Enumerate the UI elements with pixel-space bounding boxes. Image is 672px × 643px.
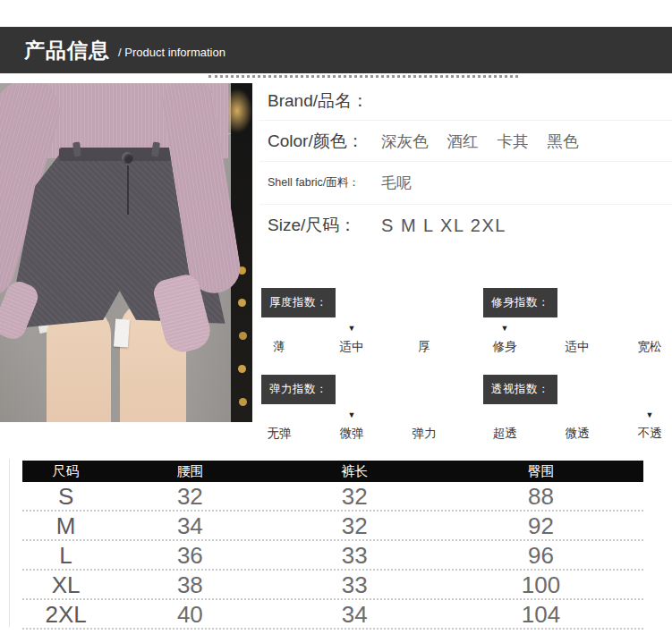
cell-waist: 32 — [109, 482, 270, 512]
table-row: XL 38 33 100 — [22, 571, 643, 600]
index-option: 修身 — [489, 339, 520, 355]
color-option: 酒红 — [447, 131, 479, 152]
attribute-row-brand: Brand/品名： — [259, 82, 672, 120]
arrow-slot — [264, 410, 294, 420]
arrow-slot — [409, 410, 439, 420]
cell-waist: 34 — [109, 512, 270, 541]
elasticity-index-group: 弹力指数： ▼ 无弹 微弹 弹力 — [261, 375, 447, 442]
attribute-row-size: Size/尺码： S M L XL 2XL — [259, 204, 672, 246]
cell-hip: 104 — [438, 600, 643, 630]
arrow-slot — [489, 410, 520, 420]
cell-size: L — [22, 541, 109, 571]
photo-belt-loop — [72, 142, 81, 157]
thickness-index-title: 厚度指数： — [261, 288, 336, 317]
index-option: 不透 — [634, 426, 665, 442]
cell-waist: 36 — [109, 541, 270, 571]
thickness-options: 薄 适中 厚 — [264, 334, 439, 355]
index-option: 厚 — [409, 339, 439, 355]
cell-length: 34 — [271, 600, 438, 630]
index-option: 无弹 — [264, 426, 294, 442]
section-header-bar: 产品信息 / Product information — [0, 27, 672, 73]
fit-index-group: 修身指数： ▼ 修身 适中 宽松 — [483, 288, 669, 355]
transparency-index-group: 透视指数： ▼ 超透 微透 不透 — [483, 375, 669, 442]
dotted-divider — [208, 75, 518, 78]
selected-arrow-icon: ▼ — [489, 323, 520, 334]
color-label: Color/颜色： — [268, 130, 374, 153]
cell-size: XL — [22, 571, 109, 600]
table-row: 2XL 40 34 104 — [22, 600, 643, 630]
arrow-slot — [562, 323, 592, 334]
cell-length: 33 — [271, 541, 438, 571]
brand-label: Brand/品名： — [268, 89, 374, 113]
fabric-option: 毛呢 — [381, 173, 412, 193]
index-option: 适中 — [562, 339, 592, 355]
fit-arrow-row: ▼ — [489, 317, 665, 334]
product-information-page: 产品信息 / Product information Brand/品名： — [0, 0, 672, 643]
table-row: M 34 32 92 — [22, 512, 643, 541]
index-option: 薄 — [264, 339, 294, 355]
cell-hip: 100 — [438, 571, 643, 600]
fabric-value: 毛呢 — [381, 173, 412, 193]
table-row: L 36 33 96 — [22, 541, 643, 571]
transparency-index-title: 透视指数： — [483, 375, 557, 404]
column-header-hip: 臀围 — [438, 461, 643, 482]
arrow-slot — [264, 323, 294, 334]
column-header-size: 尺码 — [22, 461, 109, 482]
color-values: 深灰色 酒红 卡其 黑色 — [381, 131, 579, 152]
selected-arrow-icon: ▼ — [634, 410, 665, 420]
arrow-slot — [634, 323, 665, 334]
photo-shorts-fly-seam — [127, 165, 129, 215]
elasticity-options: 无弹 微弹 弹力 — [264, 420, 439, 442]
index-option: 弹力 — [409, 426, 439, 442]
cell-length: 32 — [271, 512, 438, 541]
thickness-arrow-row: ▼ — [264, 317, 439, 334]
index-option: 超透 — [489, 426, 520, 442]
selected-arrow-icon: ▼ — [336, 410, 367, 420]
transparency-arrow-row: ▼ — [489, 404, 665, 420]
thickness-index-group: 厚度指数： ▼ 薄 适中 厚 — [261, 288, 447, 355]
fit-index-title: 修身指数： — [483, 288, 557, 317]
section-title-en: / Product information — [118, 46, 225, 59]
cell-size: M — [22, 512, 109, 541]
index-option: 微弹 — [336, 426, 367, 442]
size-label: Size/尺码： — [268, 214, 374, 237]
elasticity-arrow-row: ▼ — [264, 404, 439, 420]
fit-options: 修身 适中 宽松 — [489, 334, 665, 355]
transparency-options: 超透 微透 不透 — [489, 420, 665, 442]
cell-hip: 96 — [438, 541, 643, 571]
cell-size: S — [22, 482, 109, 512]
cell-waist: 40 — [109, 600, 270, 630]
cell-length: 33 — [271, 571, 438, 600]
color-option: 深灰色 — [381, 131, 429, 152]
size-table-header: 尺码 腰围 裤长 臀围 — [22, 461, 643, 482]
product-attributes-panel: Brand/品名： Color/颜色： 深灰色 酒红 卡其 黑色 Shell f… — [259, 82, 672, 246]
cell-hip: 92 — [438, 512, 643, 541]
index-option: 微透 — [562, 426, 592, 442]
product-photo — [0, 83, 252, 422]
arrow-slot — [409, 323, 439, 334]
cell-size: 2XL — [22, 600, 109, 630]
color-option: 黑色 — [548, 131, 579, 152]
photo-hang-tag — [114, 318, 130, 347]
page-left-mark — [9, 459, 10, 627]
cell-hip: 88 — [438, 482, 643, 512]
index-option: 宽松 — [634, 339, 665, 355]
column-header-length: 裤长 — [271, 461, 438, 482]
size-list: S M L XL 2XL — [381, 216, 506, 236]
fabric-label: Shell fabric/面料： — [268, 175, 374, 190]
table-row: S 32 32 88 — [22, 482, 643, 512]
size-value: S M L XL 2XL — [381, 216, 506, 236]
selected-arrow-icon: ▼ — [336, 323, 367, 334]
arrow-slot — [562, 410, 592, 420]
photo-shorts-button — [122, 152, 133, 164]
color-option: 卡其 — [498, 131, 529, 152]
elasticity-index-title: 弹力指数： — [261, 375, 336, 404]
size-table: 尺码 腰围 裤长 臀围 S 32 32 88 M 34 32 92 L 36 3… — [22, 461, 643, 630]
attribute-row-color: Color/颜色： 深灰色 酒红 卡其 黑色 — [259, 120, 672, 161]
cell-waist: 38 — [109, 571, 270, 600]
column-header-waist: 腰围 — [109, 461, 270, 482]
attribute-row-fabric: Shell fabric/面料： 毛呢 — [259, 161, 672, 204]
cell-length: 32 — [271, 482, 438, 512]
index-option: 适中 — [336, 339, 367, 355]
section-title-zh: 产品信息 — [24, 37, 110, 64]
